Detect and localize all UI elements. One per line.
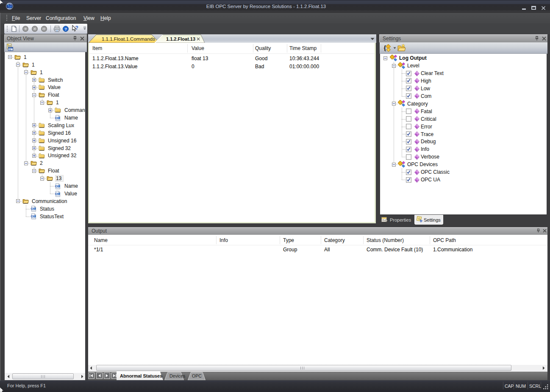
svg-text:OB: OB — [31, 207, 36, 211]
svg-text:OB: OB — [31, 214, 36, 218]
svg-text:OB: OB — [55, 192, 60, 195]
svg-text:OB: OB — [55, 184, 60, 188]
svg-text:{: { — [383, 44, 386, 52]
svg-text:OB: OB — [55, 116, 60, 120]
